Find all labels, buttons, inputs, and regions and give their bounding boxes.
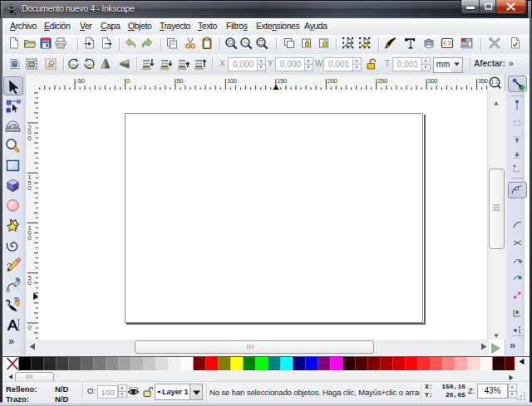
- svg-text:150: 150: [277, 77, 287, 85]
- svg-text:0: 0: [28, 184, 32, 192]
- svg-text:350: 350: [478, 77, 488, 85]
- svg-text:0: 0: [28, 234, 32, 242]
- svg-text:0: 0: [126, 77, 130, 85]
- svg-text:-50: -50: [76, 77, 85, 85]
- svg-text:250: 250: [377, 77, 387, 85]
- svg-text:300: 300: [428, 77, 438, 85]
- svg-text:0: 0: [28, 279, 32, 286]
- svg-text:1:1: 1:1: [491, 79, 499, 85]
- svg-text:0: 0: [28, 135, 32, 142]
- svg-text:200: 200: [328, 77, 337, 85]
- svg-text:100: 100: [227, 77, 237, 85]
- svg-text:50: 50: [176, 77, 183, 85]
- svg-text:0: 0: [28, 324, 32, 331]
